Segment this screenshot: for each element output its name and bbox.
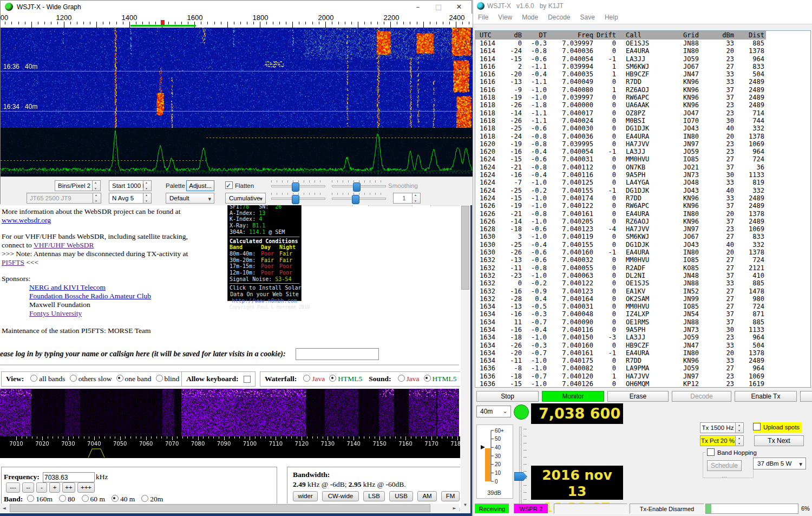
horizontal-scrollbar[interactable]: ◄ ► — [0, 504, 459, 513]
menu-help[interactable]: Help — [600, 12, 623, 23]
smoothing-spinbox[interactable]: 1 — [393, 193, 412, 204]
callsign-input[interactable] — [296, 348, 379, 360]
decode-row[interactable]: 1636-15-1.07.0401260OH6MQMKP12231619 — [475, 380, 810, 388]
decode-row[interactable]: 1616-20-0.47.0400351HB9CZFJN4733504 — [475, 70, 810, 78]
decode-row[interactable]: 1618-26-1.87.0400000UA6AAKKN96232489 — [475, 101, 810, 109]
radio-icon[interactable] — [59, 495, 66, 502]
tune-step-button-4[interactable]: + — [49, 482, 60, 493]
slider-zero-bottom[interactable] — [332, 193, 386, 204]
mode-button-usb[interactable]: USB — [389, 491, 413, 501]
decode-row[interactable]: 1624-16-0.47.04011609A5PHJN73301133 — [475, 171, 810, 179]
decode-row[interactable]: 1616-13-1.17.0400490R7DDKN96332489 — [475, 78, 810, 86]
decode-row[interactable]: 1634-18-1.07.040150-3LA3JJJO5923964 — [475, 334, 810, 341]
scroll-down-arrow-icon[interactable]: ▼ — [461, 501, 470, 510]
band-select-combo[interactable]: 40m — [476, 406, 511, 417]
spectrum-mode-combo[interactable]: Cumulative — [225, 193, 266, 204]
decode-row[interactable]: 16140-0.37.0399970OE1SJSJN8833885 — [475, 40, 810, 47]
palette-adjust-button[interactable]: Adjust... — [186, 180, 214, 191]
schedule-button[interactable]: Schedule ... — [707, 460, 742, 471]
radio-icon[interactable] — [82, 495, 89, 502]
vertical-scroll-thumb[interactable] — [461, 206, 469, 290]
radio-html5[interactable]: HTML5 — [325, 375, 362, 383]
tune-step-button-5[interactable]: ++ — [62, 482, 75, 493]
menu-file[interactable]: File — [473, 12, 493, 23]
decode-row[interactable]: 1636-18-0.77.0401201HA7JVVJN97231069 — [475, 373, 810, 380]
band-hopping-checkbox[interactable] — [707, 448, 715, 456]
decode-row[interactable]: 1628-18-0.67.040123-4HA7JVVJN97231069 — [475, 225, 810, 233]
n-avg-spin-arrows[interactable] — [143, 193, 152, 204]
decode-row[interactable]: 1618-24-0.87.0400360EA4URAIN80201378 — [475, 133, 810, 140]
rx-gain-slider[interactable] — [513, 427, 529, 506]
wide-graph-spectrum[interactable] — [1, 128, 473, 177]
n-avg-spinbox[interactable]: N Avg 5 — [109, 193, 143, 204]
wide-graph-waterfall[interactable] — [1, 28, 473, 128]
menu-mode[interactable]: Mode — [517, 12, 543, 23]
pi5fts-link[interactable]: PI5FTS — [2, 258, 24, 266]
decode-row[interactable]: 1626-19-1.07.0401220RW6APCKN96372489 — [475, 202, 810, 210]
radio-java[interactable]: Java — [299, 375, 325, 383]
decode-row[interactable]: 1618-26-1.17.0400240M0BSIIO7030744 — [475, 117, 810, 125]
decode-row[interactable]: 1624-15-0.67.0400310MM0HVUIO8527724 — [475, 155, 810, 163]
decode-row[interactable]: 1624-7-1.07.0401250LA4YGAJO4833819 — [475, 179, 810, 186]
band-hopping-option[interactable]: Band Hopping — [705, 448, 758, 456]
decode-row[interactable]: 16303-1.07.0401190SM6KWJJO6727833 — [475, 233, 810, 240]
tune-step-button-3[interactable]: - — [36, 482, 47, 493]
slider-gain-top[interactable] — [271, 180, 325, 191]
radio-icon[interactable] — [156, 375, 163, 382]
decode-row[interactable]: 1624-25-0.27.040155-1DG1DJKJO4340332 — [475, 187, 810, 194]
tx-pct-spinbox[interactable]: Tx Pct 20 % — [700, 435, 736, 446]
decode-row[interactable]: 1634-16-0.47.04011609A5PHJN73301133 — [475, 326, 810, 334]
decode-row[interactable]: 1632-23-1.07.0400630DL2NIJN4837410 — [475, 272, 810, 279]
decode-row[interactable]: 1618-25-0.67.0400300DG1DJKJO4340332 — [475, 125, 810, 132]
wide-graph-frequency-scale[interactable]: 001200140016001800200022002400 — [1, 14, 473, 28]
mode-button-fm[interactable]: FM — [441, 491, 460, 501]
smoothing-spin-arrows[interactable] — [412, 193, 421, 204]
band-radio-20m[interactable]: 20m — [137, 495, 163, 503]
decode-row[interactable]: 1634-20-0.77.040161-1EA4URAIN80201378 — [475, 349, 810, 357]
decode-row[interactable]: 1626-14-1.07.0402050RZ6AOJKN96372489 — [475, 218, 810, 225]
decode-row[interactable]: 1618-19-1.07.0399970RW6APCKN96372489 — [475, 94, 810, 101]
decode-row[interactable]: 1620-19-0.87.0399950HA7JVVJN97231069 — [475, 140, 810, 148]
websdr-waterfall[interactable] — [0, 389, 459, 436]
bins-pixel-spin-arrows[interactable] — [93, 180, 101, 191]
tx-freq-spinbox[interactable]: Tx 1500 Hz — [700, 422, 736, 433]
minimize-button[interactable]: – — [409, 1, 427, 13]
maximize-button[interactable]: □ — [429, 1, 448, 13]
horizontal-scroll-thumb[interactable] — [10, 504, 430, 512]
decode-row[interactable]: 1618-14-1.17.0400170OZ8PZJO4723714 — [475, 109, 810, 117]
sponsor-fontys-university[interactable]: Fontys University — [29, 309, 82, 317]
radio-icon[interactable] — [398, 375, 405, 382]
radio-icon[interactable] — [329, 375, 336, 382]
decode-row[interactable]: 16162-1.17.0399941SM6KWJJO6727833 — [475, 63, 810, 70]
radio-one-band[interactable]: one band — [112, 375, 152, 383]
decode-row[interactable]: 1620-16-0.47.040054-1LA3JJJO5923964 — [475, 148, 810, 155]
radio-icon[interactable] — [30, 375, 37, 382]
start-hz-spinbox[interactable]: Start 1000 Hz — [109, 180, 143, 191]
slider-zero-top[interactable] — [332, 180, 386, 191]
palette-combo[interactable]: Default — [166, 193, 214, 204]
decode-row[interactable]: 1632-13-0.67.0400320MM0HVUIO8527724 — [475, 256, 810, 264]
sponsor-nerg-and-kivi-telecom[interactable]: NERG and KIVI Telecom — [29, 283, 106, 291]
scroll-left-arrow-icon[interactable]: ◄ — [0, 504, 8, 513]
flatten-checkbox[interactable] — [225, 181, 233, 189]
slider-handle[interactable] — [353, 182, 361, 192]
band-radio-40-m[interactable]: 40 m — [107, 495, 135, 503]
scroll-right-arrow-icon[interactable]: ► — [450, 504, 459, 513]
menu-save[interactable]: Save — [575, 12, 600, 23]
tune-step-button-1[interactable]: --- — [6, 482, 20, 493]
decode-row[interactable]: 16320-0.27.0401220OE1SJSJN8833885 — [475, 279, 810, 287]
halt-tx-button-clipped[interactable] — [800, 391, 812, 402]
tx-freq-spin-arrows[interactable] — [736, 422, 744, 433]
decode-row[interactable]: 1630-25-0.47.0401550DG1DJKJO4340332 — [475, 241, 810, 249]
radio-blind[interactable]: blind — [152, 375, 180, 383]
monitor-button[interactable]: Monitor — [542, 391, 604, 402]
decode-row[interactable]: 1614-15-0.67.040054-1LA3JJJO5923964 — [475, 55, 810, 63]
radio-html5-sound[interactable]: HTML5 — [420, 375, 457, 383]
radio-all-bands[interactable]: all bands — [26, 375, 65, 383]
band-radio-160m[interactable]: 160m — [23, 495, 53, 503]
slider-handle[interactable] — [352, 195, 359, 204]
stop-button[interactable]: Stop — [476, 391, 539, 402]
decode-row[interactable]: 1634-16-0.37.0400480IZ4LXPJN5437871 — [475, 310, 810, 318]
tx-pct-spin-arrows[interactable] — [736, 435, 744, 446]
radio-icon[interactable] — [141, 495, 148, 502]
